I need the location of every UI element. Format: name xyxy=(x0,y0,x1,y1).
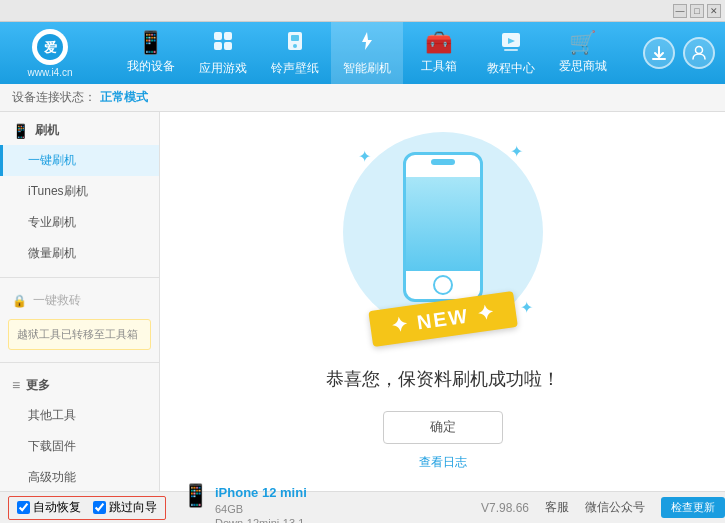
title-bar: — □ ✕ xyxy=(0,0,725,22)
device-storage: 64GB xyxy=(215,502,307,516)
sidebar-section-more-label: 更多 xyxy=(26,377,50,394)
nav-item-my-device[interactable]: 📱 我的设备 xyxy=(115,22,187,84)
nav-item-apps-games[interactable]: 应用游戏 xyxy=(187,22,259,84)
sidebar-item-one-click-flash[interactable]: 一键刷机 xyxy=(0,145,159,176)
phone-screen xyxy=(406,177,480,271)
minimize-button[interactable]: — xyxy=(673,4,687,18)
device-ios: Down-12mini-13,1 xyxy=(215,516,307,523)
skip-wizard-checkbox[interactable] xyxy=(93,501,106,514)
device-details: iPhone 12 mini 64GB Down-12mini-13,1 xyxy=(215,485,307,523)
apps-games-icon xyxy=(212,30,234,56)
sidebar-section-flash-header: 📱 刷机 xyxy=(0,116,159,145)
nav-item-store[interactable]: 🛒 爱思商城 xyxy=(547,22,619,84)
sidebar: 📱 刷机 一键刷机 iTunes刷机 专业刷机 微量刷机 🔒 一键救砖 xyxy=(0,112,160,491)
svg-text:爱: 爱 xyxy=(44,40,57,55)
content-area: ✦ ✦ ✦ ✦ NEW ✦ 恭喜您，保资料刷机成功啦！ 确定 查看日志 xyxy=(160,112,725,491)
my-device-icon: 📱 xyxy=(137,32,164,54)
sidebar-item-itunes-flash[interactable]: iTunes刷机 xyxy=(0,176,159,207)
status-value: 正常模式 xyxy=(100,89,148,106)
auto-connect-checkbox[interactable] xyxy=(17,501,30,514)
bottom-bar: 自动恢复 跳过向导 📱 iPhone 12 mini 64GB Down-12m… xyxy=(0,491,725,523)
sidebar-item-advanced[interactable]: 高级功能 xyxy=(0,462,159,492)
sidebar-section-flash-label: 刷机 xyxy=(35,122,59,139)
skip-wizard-label[interactable]: 跳过向导 xyxy=(93,499,157,516)
rescue-lock-icon: 🔒 xyxy=(12,294,27,308)
logo[interactable]: 爱 www.i4.cn xyxy=(10,28,90,78)
svg-rect-3 xyxy=(224,32,232,40)
sidebar-warning-text: 越狱工具已转移至工具箱 xyxy=(17,328,138,340)
sidebar-item-micro-flash[interactable]: 微量刷机 xyxy=(0,238,159,269)
nav-item-ringtones[interactable]: 铃声壁纸 xyxy=(259,22,331,84)
device-phone-icon: 📱 xyxy=(182,485,209,507)
nav-bar: 爱 www.i4.cn 📱 我的设备 应用游戏 xyxy=(0,22,725,84)
phone-notch xyxy=(431,159,455,165)
nav-item-smart-flash[interactable]: 智能刷机 xyxy=(331,22,403,84)
svg-point-12 xyxy=(696,47,703,54)
svg-rect-7 xyxy=(291,35,299,41)
sidebar-item-other-tools-label: 其他工具 xyxy=(28,407,76,424)
status-bar: 设备连接状态： 正常模式 xyxy=(0,84,725,112)
nav-item-store-label: 爱思商城 xyxy=(559,58,607,75)
sidebar-section-more: ≡ 更多 其他工具 下载固件 高级功能 xyxy=(0,367,159,492)
store-icon: 🛒 xyxy=(569,32,596,54)
customer-service-link[interactable]: 客服 xyxy=(545,499,569,516)
sidebar-divider-2 xyxy=(0,362,159,363)
sidebar-item-download-firmware-label: 下载固件 xyxy=(28,438,76,455)
sidebar-item-one-click-flash-label: 一键刷机 xyxy=(28,152,76,169)
sidebar-section-rescue: 🔒 一键救砖 越狱工具已转移至工具箱 xyxy=(0,282,159,358)
nav-item-my-device-label: 我的设备 xyxy=(127,58,175,75)
nav-item-tutorials[interactable]: 教程中心 xyxy=(475,22,547,84)
sparkle-3: ✦ xyxy=(520,298,533,317)
auto-connect-label[interactable]: 自动恢复 xyxy=(17,499,81,516)
phone-shape xyxy=(403,152,483,302)
close-button[interactable]: ✕ xyxy=(707,4,721,18)
more-section-icon: ≡ xyxy=(12,377,20,393)
sidebar-section-more-header: ≡ 更多 xyxy=(0,371,159,400)
sidebar-item-other-tools[interactable]: 其他工具 xyxy=(0,400,159,431)
sidebar-item-micro-flash-label: 微量刷机 xyxy=(28,245,76,262)
logo-url: www.i4.cn xyxy=(27,67,72,78)
wechat-link[interactable]: 微信公众号 xyxy=(585,499,645,516)
status-label: 设备连接状态： xyxy=(12,89,96,106)
device-info: 📱 iPhone 12 mini 64GB Down-12mini-13,1 xyxy=(182,485,307,523)
nav-actions xyxy=(643,37,715,69)
sidebar-item-itunes-flash-label: iTunes刷机 xyxy=(28,183,88,200)
svg-rect-5 xyxy=(224,42,232,50)
window-controls: — □ ✕ xyxy=(673,4,721,18)
tutorials-icon xyxy=(500,30,522,56)
illustration: ✦ ✦ ✦ ✦ NEW ✦ xyxy=(343,132,543,347)
checkbox-section: 自动恢复 跳过向导 xyxy=(8,496,166,520)
sidebar-section-rescue-label: 一键救砖 xyxy=(33,292,81,309)
ringtones-icon xyxy=(284,30,306,56)
account-button[interactable] xyxy=(683,37,715,69)
nav-item-tutorials-label: 教程中心 xyxy=(487,60,535,77)
svg-point-8 xyxy=(293,44,297,48)
maximize-button[interactable]: □ xyxy=(690,4,704,18)
svg-rect-10 xyxy=(504,49,518,51)
flash-section-icon: 📱 xyxy=(12,123,29,139)
sidebar-divider-1 xyxy=(0,277,159,278)
bottom-right: V7.98.66 客服 微信公众号 检查更新 xyxy=(481,497,725,518)
download-button[interactable] xyxy=(643,37,675,69)
confirm-button[interactable]: 确定 xyxy=(383,411,503,444)
update-button[interactable]: 检查更新 xyxy=(661,497,725,518)
sidebar-item-pro-flash[interactable]: 专业刷机 xyxy=(0,207,159,238)
nav-item-toolbox-label: 工具箱 xyxy=(421,58,457,75)
sparkle-2: ✦ xyxy=(510,142,523,161)
nav-item-toolbox[interactable]: 🧰 工具箱 xyxy=(403,22,475,84)
sidebar-section-flash: 📱 刷机 一键刷机 iTunes刷机 专业刷机 微量刷机 xyxy=(0,112,159,273)
phone-home-button xyxy=(433,275,453,295)
svg-rect-2 xyxy=(214,32,222,40)
device-name: iPhone 12 mini xyxy=(215,485,307,502)
skip-wizard-text: 跳过向导 xyxy=(109,499,157,516)
auto-connect-text: 自动恢复 xyxy=(33,499,81,516)
sidebar-warning-box: 越狱工具已转移至工具箱 xyxy=(8,319,151,350)
log-link[interactable]: 查看日志 xyxy=(419,454,467,471)
main-layout: 📱 刷机 一键刷机 iTunes刷机 专业刷机 微量刷机 🔒 一键救砖 xyxy=(0,112,725,491)
svg-rect-4 xyxy=(214,42,222,50)
sidebar-item-download-firmware[interactable]: 下载固件 xyxy=(0,431,159,462)
nav-items: 📱 我的设备 应用游戏 铃声壁纸 xyxy=(90,22,643,84)
sidebar-section-rescue-header: 🔒 一键救砖 xyxy=(0,286,159,315)
smart-flash-icon xyxy=(356,30,378,56)
nav-item-apps-games-label: 应用游戏 xyxy=(199,60,247,77)
